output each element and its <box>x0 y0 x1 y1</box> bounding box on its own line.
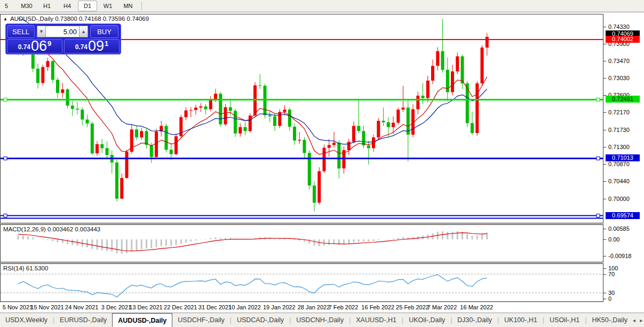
rsi-label: RSI(14) 61.5300 <box>3 265 48 271</box>
mt4-window: 5M30H1H4D1W1MN ▲ AUDUSD-,Daily 0.73800 0… <box>0 0 644 327</box>
price-axis-tick: 0.74330 <box>608 24 630 30</box>
rsi-pane[interactable]: RSI(14) 61.5300 <box>0 263 603 302</box>
toolbar-divider <box>141 2 142 10</box>
level-line-0.71013 <box>1 157 603 160</box>
price-axis-tick: 0.71730 <box>608 127 630 133</box>
sell-button[interactable]: SELL <box>7 25 35 38</box>
buy-button[interactable]: BUY <box>90 25 118 38</box>
axis-tick-mark <box>603 61 606 61</box>
price-axis-tick: 0.70440 <box>608 178 630 184</box>
buy-price-box[interactable]: 0.74 09 1 <box>64 39 120 53</box>
date-axis-label: 5 Nov 2021 <box>3 304 33 310</box>
date-axis-label: 25 Feb 2022 <box>396 304 429 310</box>
date-axis-label: 31 Dec 2021 <box>198 304 232 310</box>
tab-dj30-daily[interactable]: DJ30-,Daily <box>452 313 497 327</box>
level-line-0.72491 <box>1 98 603 101</box>
buy-price-prefix: 0.74 <box>75 43 88 51</box>
tab-xauusd-h1[interactable]: XAUUSD-,H1 <box>351 313 402 327</box>
axis-tick-mark <box>603 274 606 275</box>
level-price-badge: 0.69574 <box>606 212 640 219</box>
rsi-chart <box>1 264 603 301</box>
volume-increase-icon[interactable]: ▲ <box>79 26 88 37</box>
sell-price-prefix: 0.74 <box>18 43 30 51</box>
price-axis-tick: 0.70000 <box>608 196 630 202</box>
level-price-badge: 0.74002 <box>606 36 640 43</box>
price-pane[interactable]: ▲ AUDUSD-,Daily 0.73800 0.74168 0.73596 … <box>0 14 603 223</box>
macd-axis-tick: 0.00585 <box>608 225 630 232</box>
volume-decrease-icon[interactable]: ▼ <box>37 26 46 37</box>
buy-price-sup: 1 <box>105 40 108 48</box>
axis-tick-mark <box>603 256 606 256</box>
date-axis-label: 15 Nov 2021 <box>30 304 63 310</box>
date-axis-label: 3 Dec 2021 <box>101 304 131 310</box>
axis-tick-mark <box>603 181 606 182</box>
tab-usdchf-daily[interactable]: USDCHF-,Daily <box>172 313 230 327</box>
tab-usdx-weekly[interactable]: USDX,Weekly <box>0 313 53 327</box>
tab-usdcad-daily[interactable]: USDCAD-,Daily <box>232 313 289 327</box>
timeframe-button-5[interactable]: 5 <box>0 1 16 11</box>
price-axis-tick: 0.71300 <box>608 144 630 150</box>
tab-ukoil-daily[interactable]: UKOil-,Daily <box>403 313 450 327</box>
chart-tab-bar: USDX,Weekly|EURUSD-,DailyAUDUSD-,DailyUS… <box>0 313 644 327</box>
price-axis-gutter[interactable]: 0.743300.739000.734700.730300.726000.721… <box>603 12 644 313</box>
rsi-axis-tick: 70 <box>608 271 615 277</box>
date-axis-label: 7 Feb 2022 <box>329 304 359 310</box>
sell-price-big: 06 <box>31 40 47 52</box>
date-axis-label: 16 Mar 2022 <box>460 304 493 310</box>
level-line-0.69574 <box>1 214 603 219</box>
collapse-arrow-icon[interactable]: ▲ <box>3 17 7 21</box>
tab-eurusd-daily[interactable]: EURUSD-,Daily <box>54 313 112 327</box>
price-axis-tick: 0.70870 <box>608 161 630 167</box>
timeframe-toolbar: 5M30H1H4D1W1MN <box>0 0 644 12</box>
date-axis-label: 22 Dec 2021 <box>164 304 197 310</box>
axis-tick-mark <box>603 27 606 27</box>
tab-hk50-daily[interactable]: HK50-,Daily <box>586 313 633 327</box>
timeframe-button-D1[interactable]: D1 <box>78 1 97 11</box>
axis-tick-mark <box>603 78 606 79</box>
volume-input[interactable] <box>46 26 79 37</box>
timeframe-button-H1[interactable]: H1 <box>37 1 57 11</box>
rsi-line <box>18 275 487 297</box>
timeframe-button-H4[interactable]: H4 <box>58 1 77 11</box>
macd-pane[interactable]: MACD(12,26,9) 0.003462 0.003443 <box>0 224 603 262</box>
price-axis-tick: 0.72170 <box>608 109 630 115</box>
tab-usdcnh-daily[interactable]: USDCNH-,Daily <box>291 313 349 327</box>
axis-tick-mark <box>603 268 606 269</box>
tab-usoil-h1[interactable]: USOil-,H1 <box>544 313 585 327</box>
sell-price-sup: 9 <box>47 40 51 48</box>
sell-price-box[interactable]: 0.74 06 9 <box>7 39 62 53</box>
volume-stepper: ▼ ▲ <box>37 26 88 37</box>
date-axis-label: 13 Dec 2021 <box>129 304 162 310</box>
tab-scroll-right-icon[interactable]: ▸ <box>640 317 642 323</box>
tab-scroll-left-icon[interactable]: ◂ <box>633 317 635 323</box>
timeframe-button-W1[interactable]: W1 <box>98 1 117 11</box>
rsi-axis-tick: 0 <box>608 295 611 302</box>
bottom-separator <box>0 302 603 302</box>
timeframe-button-M30[interactable]: M30 <box>17 1 36 11</box>
trade-panel: SELL ▼ ▲ BUY 0.74 06 9 0.74 <box>5 24 121 54</box>
axis-tick-mark <box>603 130 606 130</box>
macd-axis-tick: -0.00918 <box>608 253 631 259</box>
date-axis-label: 19 Jan 2022 <box>263 304 296 310</box>
axis-tick-mark <box>603 147 606 147</box>
date-axis-label: 28 Jan 2022 <box>298 304 330 310</box>
axis-tick-mark <box>603 164 606 165</box>
macd-signal-line <box>18 233 487 251</box>
axis-tick-mark <box>603 44 606 44</box>
date-axis-label: 7 Mar 2022 <box>427 304 457 310</box>
trade-panel-price-row: 0.74 06 9 0.74 09 1 <box>7 39 120 53</box>
macd-label: MACD(12,26,9) 0.003462 0.003443 <box>3 226 100 232</box>
chart-title: ▲ AUDUSD-,Daily 0.73800 0.74168 0.73596 … <box>3 15 149 22</box>
axis-tick-mark <box>603 299 606 299</box>
tab-uk100-h1[interactable]: UK100-,H1 <box>499 313 543 327</box>
timeframe-button-MN[interactable]: MN <box>118 1 138 11</box>
date-axis[interactable]: 5 Nov 202115 Nov 202124 Nov 20213 Dec 20… <box>0 302 603 312</box>
date-axis-label: 24 Nov 2021 <box>65 304 98 310</box>
trade-panel-top-row: SELL ▼ ▲ BUY <box>7 25 120 38</box>
level-price-badge: 0.72491 <box>606 96 640 103</box>
tab-scroll-nav: ◂▸ <box>633 313 644 327</box>
tab-audusd-daily[interactable]: AUDUSD-,Daily <box>112 313 172 327</box>
price-axis-tick: 0.73030 <box>608 75 630 81</box>
axis-tick-mark <box>603 229 606 229</box>
chart-title-text: AUDUSD-,Daily 0.73800 0.74168 0.73596 0.… <box>10 15 149 22</box>
